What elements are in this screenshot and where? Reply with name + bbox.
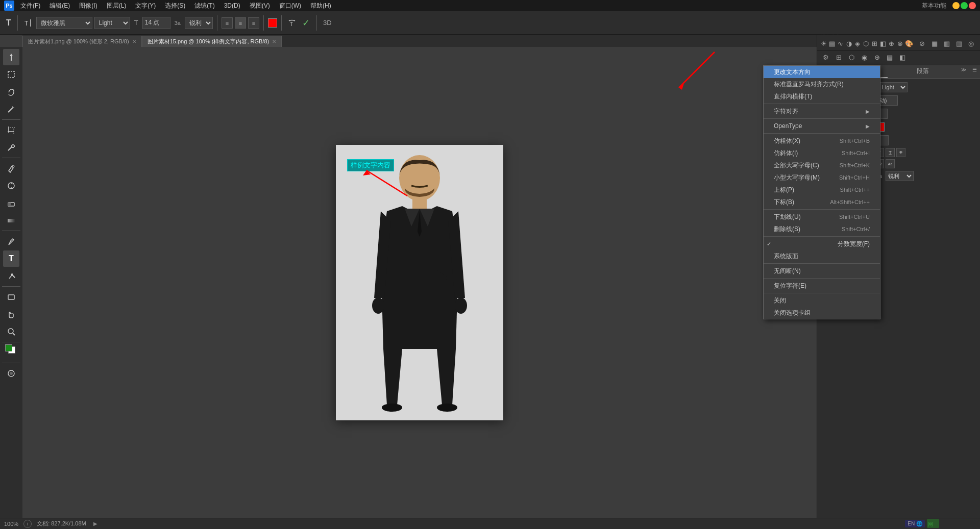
hsl-icon[interactable]: ⬡ [863, 38, 870, 49]
ctx-item-tate[interactable]: 直排内横排(T) [764, 90, 880, 103]
ctx-item-superscript[interactable]: 上标(P) Shift+Ctrl++ [764, 184, 880, 196]
font-family-select[interactable]: 微软雅黑 [36, 17, 92, 29]
ctx-item-close[interactable]: 关闭 [764, 294, 880, 307]
photofiler-icon[interactable]: ⊕ [888, 38, 895, 49]
tab-2[interactable]: 图片素材15.png @ 100% (样例文字内容, RGB/8) ✕ [142, 36, 282, 47]
ctx-item-fakebold[interactable]: 仿粗体(X) Shift+Ctrl+B [764, 135, 880, 147]
tool-quickmask[interactable] [3, 365, 19, 382]
lang-indicator[interactable]: EN 🌐 [905, 520, 925, 527]
menu-filter[interactable]: 滤镜(T) [191, 1, 217, 11]
ctx-item-change-direction[interactable]: 更改文本方向 [764, 66, 880, 78]
tool-lasso[interactable] [3, 84, 19, 100]
tool-shape[interactable] [3, 289, 19, 305]
ctx-item-underline[interactable]: 下划线(U) Shift+Ctrl+U [764, 211, 880, 223]
gradient-map-icon[interactable]: ▥ [953, 38, 965, 49]
minimize-button[interactable] [952, 2, 960, 9]
para-tab[interactable]: 段落 [888, 65, 958, 78]
font-style-select[interactable]: Light [94, 17, 130, 29]
colorbalance-icon[interactable]: ⊞ [871, 38, 878, 49]
ctx-item-smallcaps[interactable]: 小型大写字母(M) Shift+Ctrl+H [764, 171, 880, 184]
panel-icon-d[interactable]: ◉ [859, 52, 870, 63]
align-center-button[interactable]: ≡ [235, 17, 246, 29]
ctx-item-close-group[interactable]: 关闭选项卡组 [764, 307, 880, 319]
3d-toggle[interactable]: 3D [321, 18, 334, 28]
ctx-item-system[interactable]: 系统版面 [764, 250, 880, 262]
tool-move[interactable] [3, 49, 19, 65]
char-font-style[interactable]: Light [879, 82, 908, 92]
panel-icon-a[interactable]: ⚙ [820, 52, 831, 63]
posterize-icon[interactable]: ▦ [929, 38, 940, 49]
bw-icon[interactable]: ◧ [879, 38, 887, 49]
vibrance-icon[interactable]: ◈ [854, 38, 861, 49]
menu-select[interactable]: 选择(S) [162, 1, 188, 11]
tool-wand[interactable] [3, 101, 19, 117]
panel-icon-f[interactable]: ▤ [884, 52, 895, 63]
colorlookup-icon[interactable]: 🎨 [905, 38, 913, 49]
tool-crop[interactable] [3, 122, 19, 138]
tool-brush[interactable] [3, 160, 19, 177]
stylalt-btn[interactable]: Aa [886, 159, 895, 168]
align-left-button[interactable]: ≡ [222, 17, 233, 29]
ctx-item-opentype[interactable]: OpenType ▶ [764, 120, 880, 132]
tab-2-close[interactable]: ✕ [272, 39, 276, 44]
strike-btn[interactable]: T [896, 148, 905, 157]
selective-color-icon[interactable]: ◎ [966, 38, 977, 49]
menu-layer[interactable]: 图层(L) [104, 1, 130, 11]
close-button[interactable] [969, 2, 976, 9]
panel-menu-btn[interactable]: ☰ [969, 65, 980, 78]
panel-icon-b[interactable]: ⊞ [833, 52, 844, 63]
menu-file[interactable]: 文件(F) [17, 1, 43, 11]
tool-gradient[interactable] [3, 212, 19, 229]
menu-window[interactable]: 窗口(W) [276, 1, 304, 11]
menu-3d[interactable]: 3D(D) [221, 1, 243, 10]
exposure-icon[interactable]: ◑ [846, 38, 853, 49]
font-size-input[interactable] [142, 17, 170, 29]
check-icon[interactable]: ✓ [300, 17, 312, 29]
tool-path-select[interactable] [3, 268, 19, 284]
tool-marquee[interactable] [3, 66, 19, 83]
tool-eraser[interactable] [3, 195, 19, 211]
menu-image[interactable]: 图像(I) [76, 1, 100, 11]
threshold-icon[interactable]: ▥ [941, 38, 952, 49]
status-info-icon[interactable]: i [23, 520, 32, 528]
tool-text[interactable]: T [3, 250, 19, 267]
panel-icon-c[interactable]: ⬡ [846, 52, 857, 63]
char-aa-select[interactable]: 锐利 [886, 171, 914, 181]
panel-icon-e[interactable]: ⊕ [871, 52, 883, 63]
mixer-icon[interactable]: ⊗ [896, 38, 903, 49]
text-color-swatch[interactable] [268, 18, 277, 28]
tool-pen[interactable] [3, 233, 19, 249]
antialiase-select[interactable]: 锐利 [185, 17, 213, 29]
ctx-item-fakeitalic[interactable]: 仿斜体(I) Shift+Ctrl+I [764, 147, 880, 159]
tool-eyedropper[interactable] [3, 139, 19, 156]
tool-zoom[interactable] [3, 323, 19, 340]
ctx-item-strikethrough[interactable]: 删除线(S) Shift+Ctrl+/ [764, 223, 880, 235]
ctx-item-reset-char[interactable]: 复位字符(E) [764, 280, 880, 292]
color-swatches[interactable] [3, 344, 19, 361]
tab-1[interactable]: 图片素材1.png @ 100% (矩形 2, RGB/8) ✕ [22, 36, 142, 47]
warp-text-icon[interactable]: T [286, 17, 298, 29]
tab-1-close[interactable]: ✕ [132, 39, 136, 44]
ctx-item-vertical-roman[interactable]: 标准垂直罗马对齐方式(R) [764, 78, 880, 90]
brightness-icon[interactable]: ☀ [820, 38, 827, 49]
panel-icon-g[interactable]: ◧ [897, 52, 908, 63]
ctx-item-nobreak[interactable]: 无间断(N) [764, 265, 880, 277]
ctx-item-subscript[interactable]: 下标(B) Alt+Shift+Ctrl++ [764, 196, 880, 208]
panel-expand-icon[interactable]: ≫ [958, 65, 969, 78]
menu-view[interactable]: 视图(V) [247, 1, 273, 11]
tool-clone[interactable] [3, 178, 19, 194]
ctx-item-allcaps[interactable]: 全部大写字母(C) Shift+Ctrl+K [764, 159, 880, 171]
menu-help[interactable]: 帮助(H) [307, 1, 334, 11]
maximize-button[interactable] [961, 2, 968, 9]
status-expand-btn[interactable]: ▶ [93, 521, 97, 526]
tool-hand[interactable] [3, 306, 19, 322]
menu-text[interactable]: 文字(Y) [132, 1, 159, 11]
invert-icon[interactable]: ⊘ [917, 38, 928, 49]
text-orientation-icon[interactable]: T [22, 17, 34, 29]
levels-icon[interactable]: ▤ [829, 38, 836, 49]
underline-btn[interactable]: T [886, 148, 895, 157]
curves-icon[interactable]: ∿ [837, 38, 844, 49]
align-right-button[interactable]: ≡ [248, 17, 259, 29]
ctx-item-fractional[interactable]: 分数宽度(F) [764, 238, 880, 250]
ctx-item-char-align[interactable]: 字符对齐 ▶ [764, 105, 880, 117]
